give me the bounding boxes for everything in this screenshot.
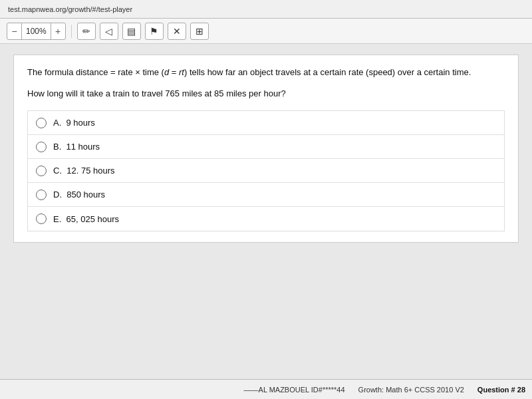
eraser-button[interactable]: ◁ [100, 23, 118, 40]
toolbar: − 100% + ✏ ◁ ▤ ⚑ ✕ ⊞ [0, 19, 532, 44]
option-c[interactable]: C. 12. 75 hours [28, 159, 504, 183]
test-name-text: Growth: Math 6+ CCSS 2010 V2 [358, 386, 464, 394]
option-c-label: C. 12. 75 hours [53, 166, 115, 176]
zoom-minus-button[interactable]: − [7, 23, 22, 40]
main-content: The formula distance = rate × time (d = … [0, 44, 532, 379]
zoom-plus-icon: + [55, 26, 61, 37]
lines-icon: ▤ [127, 26, 136, 37]
lines-button[interactable]: ▤ [122, 23, 141, 40]
toolbar-divider-1 [71, 25, 72, 38]
eraser-icon: ◁ [105, 26, 112, 37]
option-c-radio[interactable] [36, 166, 47, 176]
question-number-text: Question # 28 [477, 386, 525, 394]
option-e-radio[interactable] [36, 213, 47, 224]
option-e-label: E. 65, 025 hours [53, 214, 119, 224]
pencil-button[interactable]: ✏ [77, 23, 96, 40]
option-e[interactable]: E. 65, 025 hours [28, 207, 504, 231]
option-d-radio[interactable] [36, 190, 47, 200]
zoom-value: 100% [22, 27, 51, 36]
x-icon: ✕ [173, 26, 181, 37]
option-b-label: B. 11 hours [53, 142, 100, 152]
status-bar: ——AL MAZBOUEL ID#*****44 Growth: Math 6+… [0, 379, 532, 399]
option-a[interactable]: A. 9 hours [28, 111, 504, 135]
pencil-icon: ✏ [82, 26, 90, 37]
calculator-icon: ⊞ [196, 26, 203, 37]
option-d-label: D. 850 hours [53, 190, 105, 200]
question-text: How long will it take a train to travel … [27, 87, 505, 100]
formula-text: The formula distance = rate × time (d = … [27, 66, 505, 79]
student-id-text: ——AL MAZBOUEL ID#*****44 [244, 386, 345, 394]
zoom-minus-icon: − [11, 26, 17, 37]
flag-icon: ⚑ [150, 26, 158, 37]
option-b[interactable]: B. 11 hours [28, 135, 504, 159]
option-a-radio[interactable] [36, 118, 47, 128]
browser-bar: test.mapnwea.org/growth/#/test-player [0, 0, 532, 19]
calculator-button[interactable]: ⊞ [190, 23, 209, 40]
question-area: The formula distance = rate × time (d = … [13, 55, 519, 243]
options-container: A. 9 hours B. 11 hours C. 12. 75 hours D… [27, 110, 505, 231]
option-d[interactable]: D. 850 hours [28, 183, 504, 207]
url-text: test.mapnwea.org/growth/#/test-player [8, 5, 132, 13]
zoom-control[interactable]: − 100% + [7, 23, 66, 40]
option-b-radio[interactable] [36, 142, 47, 152]
option-a-label: A. 9 hours [53, 118, 95, 128]
x-button[interactable]: ✕ [168, 23, 186, 40]
flag-button[interactable]: ⚑ [145, 23, 164, 40]
zoom-plus-button[interactable]: + [51, 23, 65, 40]
